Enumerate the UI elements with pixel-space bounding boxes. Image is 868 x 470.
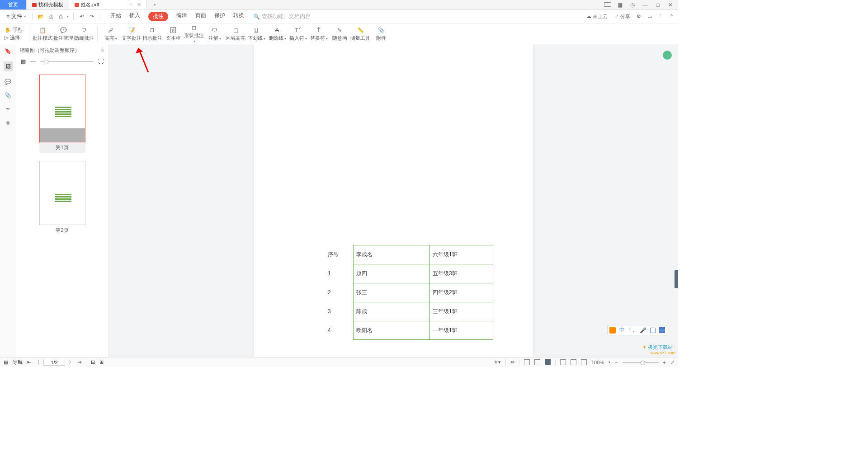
hide-annot-button[interactable]: 🗨隐藏批注 xyxy=(74,26,94,41)
indicate-button[interactable]: 🗒指示批注 xyxy=(142,26,163,41)
tab-close-icon[interactable]: ✕ xyxy=(137,2,141,8)
cloud-status[interactable]: ☁ 未上云 xyxy=(586,13,608,20)
layout-icon[interactable] xyxy=(604,2,610,8)
minimize-icon[interactable]: — xyxy=(642,2,648,8)
status-menu-icon[interactable]: ▤ xyxy=(4,359,8,365)
last-page-icon[interactable]: ⇥ xyxy=(77,359,81,365)
page-input[interactable] xyxy=(43,359,65,366)
underline-button[interactable]: U下划线▾ xyxy=(246,26,267,41)
prev-page-icon[interactable]: 〈 xyxy=(35,359,40,366)
window-icon[interactable]: ▭ xyxy=(647,14,652,19)
replace-button[interactable]: Ť替换符▾ xyxy=(308,26,329,41)
brightness-icon[interactable]: ☀▾ xyxy=(494,359,501,365)
shape-annot-button[interactable]: ◻形状批注▾ xyxy=(184,24,204,44)
text-annot-button[interactable]: 📝文字批注 xyxy=(121,26,142,41)
freehand-button[interactable]: ✎随意画 xyxy=(329,26,350,41)
thumb-grid-icon[interactable]: ▦ xyxy=(21,58,26,65)
tab-pin-icon[interactable]: ⚐ xyxy=(128,2,132,8)
area-hl-button[interactable]: ▢区域高亮 xyxy=(225,26,246,41)
tab-template[interactable]: 找稻壳模板 xyxy=(27,0,69,9)
menu-start[interactable]: 开始 xyxy=(110,12,121,21)
menu-page[interactable]: 页面 xyxy=(195,12,206,21)
print-icon[interactable]: ⎙ xyxy=(57,13,64,20)
fit-width-icon[interactable]: ⇔ xyxy=(510,359,514,365)
note-button[interactable]: 🗨注解▾ xyxy=(204,26,225,41)
grid-icon[interactable]: ▦ xyxy=(617,2,623,8)
ime-keyboard-icon[interactable] xyxy=(650,328,656,333)
view-mode-1-icon[interactable] xyxy=(560,359,566,365)
zoom-out-icon[interactable]: ⊟ xyxy=(91,359,95,365)
ime-bar[interactable]: 中 °， 🎤 xyxy=(607,325,667,335)
zoom-plus-icon[interactable]: + xyxy=(663,360,666,365)
first-page-icon[interactable]: ⇤ xyxy=(27,359,31,365)
bookmark-icon[interactable]: 🔖 xyxy=(5,48,11,54)
ime-punct[interactable]: °， xyxy=(628,326,636,334)
ime-lang[interactable]: 中 xyxy=(619,326,625,334)
share-button[interactable]: ↗ 分享 xyxy=(614,13,630,20)
zoom-in-icon[interactable]: ⊞ xyxy=(99,359,104,365)
wm-url: www.xz7.com xyxy=(642,351,675,355)
ime-mic-icon[interactable]: 🎤 xyxy=(640,327,646,334)
thumbnail-page-2[interactable]: 第2页 xyxy=(39,161,85,235)
menu-edit[interactable]: 编辑 xyxy=(176,12,187,21)
maximize-icon[interactable]: □ xyxy=(655,2,661,8)
select-tool[interactable]: ▷ 选择 xyxy=(5,34,23,41)
canvas[interactable]: 序号李成名六年级1班 1赵四五年级3班 2张三四年级2班 3陈成三年级1班 4欧… xyxy=(108,44,678,357)
zoom-slider[interactable] xyxy=(623,362,659,363)
zoom-minus-icon[interactable]: − xyxy=(615,360,618,365)
strike-button[interactable]: A删除线▾ xyxy=(267,26,288,41)
status-bar: ▤ 导航 ⇤ 〈 〉 ⇥ ⊟ ⊞ ☀▾ ⇔ 100%▾ − + ⤢ xyxy=(0,357,678,367)
thumb-size-slider[interactable] xyxy=(40,61,94,62)
menu-insert[interactable]: 插入 xyxy=(129,12,140,21)
menu-convert[interactable]: 转换 xyxy=(233,12,244,21)
thumbnail-page-1[interactable]: 第1页 xyxy=(39,75,85,153)
page-view: 序号李成名六年级1班 1赵四五年级3班 2张三四年级2班 3陈成三年级1班 4欧… xyxy=(254,44,533,357)
fullscreen-icon[interactable]: ⤢ xyxy=(670,359,675,365)
status-nav-label[interactable]: 导航 xyxy=(13,359,23,366)
annot-mode-button[interactable]: 📋批注模式 xyxy=(32,26,53,41)
thumb-expand-icon[interactable]: ⛶ xyxy=(98,58,104,65)
file-menu[interactable]: ≡ 文件 ▾ xyxy=(5,13,28,20)
signature-icon[interactable]: ✒ xyxy=(6,106,10,112)
layers-icon[interactable]: ◈ xyxy=(6,119,10,126)
textbox-button[interactable]: 🄰文本框 xyxy=(163,26,184,41)
annot-mode-label: 批注模式 xyxy=(33,35,52,41)
comment-icon[interactable]: 💬 xyxy=(5,79,11,85)
floating-action-icon[interactable] xyxy=(663,51,672,60)
presentation-icon[interactable] xyxy=(545,359,551,365)
save-icon[interactable]: 🖨 xyxy=(47,13,54,20)
more-icon[interactable]: ⋮ xyxy=(658,14,663,19)
tab-file[interactable]: 姓名.pdf ⚐ ✕ xyxy=(69,0,147,9)
annot-manage-button[interactable]: 💬批注管理 xyxy=(53,26,74,41)
highlight-button[interactable]: 🖊高亮▾ xyxy=(100,26,121,41)
continuous-icon[interactable] xyxy=(534,359,540,365)
collapse-icon[interactable]: ⌃ xyxy=(670,14,674,19)
caret-button[interactable]: T˅插入符▾ xyxy=(288,26,308,41)
measure-button[interactable]: 📏测量工具 xyxy=(350,26,371,41)
thumbnail-close-icon[interactable]: ✕ xyxy=(100,47,104,53)
close-window-icon[interactable]: ✕ xyxy=(667,2,674,8)
menu-protect[interactable]: 保护 xyxy=(214,12,225,21)
menu-bar: ≡ 文件 ▾ 📂 🖨 ⎙▾ ↶ ↷ 开始 插入 批注 编辑 页面 保护 转换 🔍… xyxy=(0,10,678,24)
tab-add[interactable]: ＋ xyxy=(147,0,163,9)
attach-button[interactable]: 📎附件 xyxy=(371,26,392,41)
tab-bar: 首页 找稻壳模板 姓名.pdf ⚐ ✕ ＋ ▦ ◷ — □ ✕ xyxy=(0,0,678,10)
hand-tool[interactable]: ✋ 手型 xyxy=(5,27,23,33)
tab-home[interactable]: 首页 xyxy=(0,0,27,9)
view-mode-2-icon[interactable] xyxy=(571,359,576,365)
view-mode-3-icon[interactable] xyxy=(581,359,587,365)
attachment-icon[interactable]: 📎 xyxy=(5,92,11,99)
open-icon[interactable]: 📂 xyxy=(37,13,44,20)
ime-grid-icon[interactable] xyxy=(659,327,665,333)
search-box[interactable]: 🔍 查找功能、文档内容 xyxy=(253,13,311,20)
sync-icon[interactable]: ◷ xyxy=(629,2,636,8)
menu-annotate[interactable]: 批注 xyxy=(148,12,168,21)
redo-icon[interactable]: ↷ xyxy=(88,13,95,20)
settings-icon[interactable]: ⚙ xyxy=(637,14,641,19)
thumbnail-icon[interactable]: 🖼 xyxy=(4,61,13,71)
single-page-icon[interactable] xyxy=(524,359,530,365)
next-page-icon[interactable]: 〉 xyxy=(69,359,74,366)
undo-icon[interactable]: ↶ xyxy=(78,13,85,20)
zoom-value[interactable]: 100% xyxy=(591,360,604,365)
side-handle[interactable] xyxy=(675,270,678,288)
